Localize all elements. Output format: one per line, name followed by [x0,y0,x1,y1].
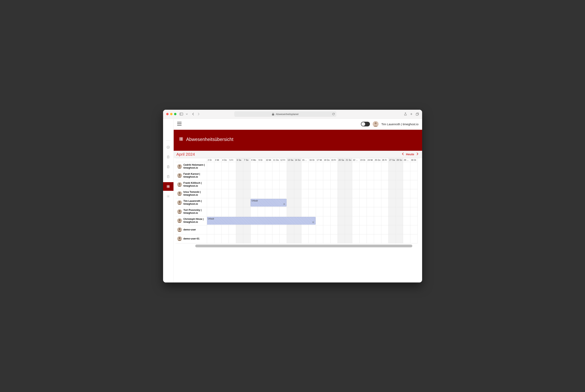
calendar-cell[interactable] [229,234,236,244]
calendar-cell[interactable] [403,207,410,216]
calendar-cell[interactable] [287,234,294,244]
calendar-cell[interactable] [258,180,265,189]
day-header[interactable]: 14 So [294,158,301,162]
calendar-cell[interactable] [403,234,410,244]
horizontal-scrollbar-track[interactable] [195,244,412,247]
calendar-cell[interactable] [323,180,330,189]
calendar-cell[interactable] [389,207,396,216]
calendar-cell[interactable] [301,225,309,234]
calendar-cell[interactable] [360,207,367,216]
calendar-today-button[interactable]: Heute [406,152,414,156]
calendar-cell[interactable] [309,207,316,216]
calendar-cell[interactable] [338,216,345,225]
calendar-cell[interactable] [287,162,294,171]
calendar-cell[interactable] [360,198,367,207]
calendar-cell[interactable] [287,180,294,189]
calendar-cell[interactable] [338,162,345,171]
day-header[interactable]: 3 Mi [214,158,222,162]
calendar-cell[interactable] [381,198,389,207]
calendar-cell[interactable] [272,207,280,216]
calendar-cell[interactable] [389,189,396,198]
day-header[interactable]: 4 Do [222,158,229,162]
calendar-cell[interactable] [280,162,287,171]
hamburger-menu-icon[interactable] [177,122,181,126]
calendar-cell[interactable] [222,198,229,207]
day-header[interactable]: 27 Sa [389,158,396,162]
calendar-cell[interactable] [251,234,258,244]
day-header[interactable]: 26 Fr [381,158,389,162]
calendar-cell[interactable] [207,180,214,189]
calendar-cell[interactable] [323,207,330,216]
calendar-cell[interactable] [360,225,367,234]
day-header[interactable]: 21 So [345,158,352,162]
calendar-cell[interactable] [389,198,396,207]
calendar-cell[interactable] [410,171,418,180]
calendar-cell[interactable] [367,171,374,180]
calendar-cell[interactable] [265,162,272,171]
calendar-cell[interactable] [229,180,236,189]
calendar-cell[interactable] [360,162,367,171]
calendar-cell[interactable] [381,171,389,180]
calendar-cell[interactable] [236,207,243,216]
employee-row-label[interactable]: Ivica Tomeski | timeghost.io [176,189,207,198]
calendar-cell[interactable] [381,225,389,234]
day-header[interactable]: 2 Di [207,158,214,162]
calendar-cell[interactable] [309,162,316,171]
calendar-cell[interactable] [280,234,287,244]
day-header[interactable]: 15 ... [301,158,309,162]
calendar-cell[interactable] [352,207,360,216]
calendar-cell[interactable] [229,189,236,198]
calendar-cell[interactable] [280,225,287,234]
calendar-cell[interactable] [214,171,222,180]
close-window-button[interactable] [166,113,169,115]
calendar-cell[interactable] [367,198,374,207]
calendar-cell[interactable] [316,171,323,180]
calendar-cell[interactable] [222,171,229,180]
calendar-cell[interactable] [294,171,301,180]
calendar-cell[interactable] [236,225,243,234]
calendar-cell[interactable] [410,225,418,234]
new-tab-icon[interactable] [410,112,413,116]
address-bar[interactable]: Abwesenheitsplaner [234,111,336,117]
calendar-cell[interactable] [251,162,258,171]
calendar-cell[interactable] [389,180,396,189]
calendar-cell[interactable] [338,225,345,234]
calendar-cell[interactable] [214,180,222,189]
calendar-cell[interactable] [367,189,374,198]
calendar-cell[interactable] [243,162,251,171]
calendar-cell[interactable] [389,171,396,180]
calendar-cell[interactable] [236,189,243,198]
forward-button[interactable] [197,113,200,116]
calendar-cell[interactable] [316,189,323,198]
calendar-cell[interactable] [396,234,403,244]
day-header[interactable]: 24 Mi [367,158,374,162]
calendar-cell[interactable] [396,225,403,234]
day-header[interactable]: 6 Sa [236,158,243,162]
employee-row-label[interactable]: demo-user [176,225,207,234]
calendar-cell[interactable] [410,198,418,207]
calendar-cell[interactable] [345,180,352,189]
calendar-cell[interactable] [316,198,323,207]
minimize-window-button[interactable] [170,113,172,115]
calendar-cell[interactable] [367,225,374,234]
calendar-cell[interactable] [396,216,403,225]
calendar-cell[interactable] [381,216,389,225]
calendar-cell[interactable] [229,207,236,216]
chevron-down-icon[interactable] [186,113,188,115]
calendar-cell[interactable] [280,189,287,198]
calendar-cell[interactable] [403,216,410,225]
calendar-cell[interactable] [374,198,381,207]
rail-dashboard[interactable] [163,182,174,191]
calendar-cell[interactable] [309,225,316,234]
calendar-cell[interactable] [360,171,367,180]
calendar-cell[interactable] [207,171,214,180]
calendar-cell[interactable] [374,207,381,216]
day-header[interactable]: 18 Do [323,158,330,162]
calendar-cell[interactable] [316,225,323,234]
day-header[interactable]: 28 So [396,158,403,162]
calendar-cell[interactable] [360,180,367,189]
calendar-cell[interactable] [258,225,265,234]
calendar-cell[interactable] [229,171,236,180]
calendar-cell[interactable] [309,198,316,207]
calendar-cell[interactable] [287,207,294,216]
